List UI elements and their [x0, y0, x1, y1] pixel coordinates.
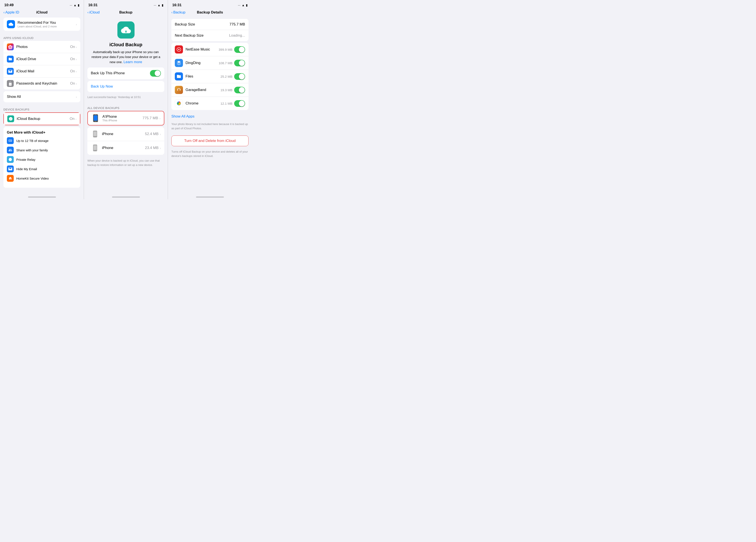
feature-family: Share with your family [7, 147, 77, 154]
last-backup-text: Last successful backup: Yesterday at 10:… [84, 94, 168, 103]
battery-icon: ▮ [78, 3, 79, 7]
device-size-1: 775.7 MB [142, 116, 158, 120]
section-apps-label: APPS USING ICLOUD [0, 33, 84, 41]
recommended-row[interactable]: Recommended For You Learn about iCloud, … [3, 18, 80, 31]
apps-list: 🌸 Photos On › iCloud Drive [3, 41, 80, 90]
other-devices-card: iPhone 52.4 MB › iPhone 23.4 MB › [87, 127, 164, 155]
backup-size-value: 775.7 MB [229, 22, 245, 27]
nav-bar-3: ‹ Backup Backup Details [168, 9, 252, 16]
list-row-mail[interactable]: iCloud Mail On › [3, 65, 80, 78]
backup-toggle[interactable] [150, 70, 161, 77]
svg-point-10 [95, 150, 96, 151]
list-row-passwords[interactable]: Passwords and Keychain On › [3, 78, 80, 90]
feature-storage-text: Up to 12 TB of storage [16, 139, 49, 143]
backup-size-row: Backup Size 775.7 MB [171, 19, 249, 30]
all-backups-label: ALL DEVICE BACKUPS [84, 103, 168, 111]
signal-icon-2: ··· [154, 3, 156, 7]
dingding-knob [239, 60, 245, 66]
mail-title: iCloud Mail [16, 69, 70, 73]
svg-rect-3 [95, 115, 96, 115]
photos-right: On › [70, 45, 77, 49]
toggle-label: Back Up This iPhone [91, 71, 150, 75]
files-toggle[interactable] [234, 73, 245, 80]
dingding-toggle[interactable] [234, 60, 245, 66]
garageband-toggle[interactable] [234, 87, 245, 93]
photos-status: On [70, 45, 75, 49]
nav-title-3: Backup Details [197, 10, 223, 15]
app-row-netease[interactable]: NetEase Music 399.9 MB [171, 43, 249, 56]
back-button-1[interactable]: ‹ Apple ID [3, 10, 19, 15]
device-this-iphone[interactable]: A'iPhone This iPhone 775.7 MB › [87, 111, 164, 126]
chevron-left-icon: ‹ [3, 10, 5, 15]
turn-off-button[interactable]: Turn Off and Delete from iCloud [171, 136, 249, 146]
backup-footer-text: When your device is backed up in iCloud,… [84, 157, 168, 171]
scroll-content-2: iCloud Backup Automatically back up your… [84, 16, 168, 192]
signal-icon-3: ··· [238, 3, 240, 7]
device-row-2[interactable]: iPhone 52.4 MB › [87, 127, 164, 141]
signal-icon: ··· [70, 3, 72, 7]
backup-size-text: Backup Size [175, 22, 229, 27]
turn-off-note-text: Turns off iCloud Backup on your device a… [168, 148, 252, 162]
back-up-now-btn[interactable]: Back Up Now [91, 84, 113, 89]
app-row-chrome[interactable]: Chrome 12.1 MB [171, 97, 249, 110]
next-backup-row: Next Backup Size Loading... [171, 30, 249, 41]
netease-toggle[interactable] [234, 46, 245, 53]
device-row-3[interactable]: iPhone 23.4 MB › [87, 141, 164, 155]
passwords-title: Passwords and Keychain [16, 81, 70, 86]
show-all-apps-link[interactable]: Show All Apps [171, 114, 195, 118]
home-indicator-1 [0, 192, 84, 199]
learn-more-link[interactable]: Learn more [124, 60, 142, 64]
back-label-3: Backup [173, 10, 186, 15]
garageband-knob [239, 87, 245, 93]
svg-rect-9 [93, 145, 97, 150]
app-row-files[interactable]: Files 25.2 MB [171, 70, 249, 83]
chevron-icon-rec: › [76, 22, 77, 26]
show-all-card: Show All › [3, 91, 80, 102]
mail-icon [7, 68, 14, 75]
home-indicator-3 [168, 192, 252, 199]
device-sub-1: This iPhone [102, 119, 142, 122]
garageband-name: GarageBand [186, 88, 220, 92]
show-all-chevron: › [76, 95, 77, 99]
next-backup-label: Next Backup Size [175, 33, 229, 38]
get-more-card: Get More with iCloud+ Up to 12 TB of sto… [3, 127, 80, 188]
status-icons-1: ··· ▲ ▮ [70, 3, 79, 7]
back-button-3[interactable]: ‹ Backup [171, 10, 185, 15]
list-row-drive[interactable]: iCloud Drive On › [3, 53, 80, 65]
iphone-icon-1 [91, 114, 100, 123]
app-row-dingding[interactable]: DingDing 108.7 MB [171, 56, 249, 70]
email-hide-icon [7, 166, 14, 172]
device-size-2: 52.4 MB [145, 132, 159, 136]
dingding-icon [175, 59, 183, 67]
toggle-text: Back Up This iPhone [91, 71, 150, 75]
device-chevron-3: › [160, 146, 161, 150]
dingding-size: 108.7 MB [219, 61, 232, 65]
list-row-backup[interactable]: iCloud Backup On › [4, 113, 80, 125]
passwords-text: Passwords and Keychain [16, 81, 70, 86]
backup-desc: Automatically back up your iPhone so you… [89, 50, 163, 65]
panel-backup: 16:31 ··· ▲ ▮ ‹ iCloud Backup iCloud Bac… [84, 0, 168, 199]
scroll-content-1: Recommended For You Learn about iCloud, … [0, 16, 84, 192]
list-row-show-all[interactable]: Show All › [3, 91, 80, 102]
backup-toggle-row[interactable]: Back Up This iPhone [87, 67, 164, 79]
backup-center: iCloud Backup Automatically back up your… [84, 42, 168, 67]
toggle-knob [155, 70, 160, 76]
feature-email-text: Hide My Email [16, 167, 37, 171]
chrome-toggle[interactable] [234, 100, 245, 107]
app-row-garageband[interactable]: GarageBand 19.3 MB [171, 83, 249, 97]
svg-rect-6 [93, 132, 97, 136]
list-row-photos[interactable]: 🌸 Photos On › [3, 41, 80, 53]
recommended-title: Recommended For You [18, 21, 76, 25]
status-icons-2: ··· ▲ ▮ [154, 3, 163, 7]
feature-storage: Up to 12 TB of storage [7, 137, 77, 144]
drive-right: On › [70, 57, 77, 61]
svg-point-0 [9, 158, 12, 161]
section-backups-label: DEVICE BACKUPS [0, 104, 84, 112]
panel-icloud: 10:49 ··· ▲ ▮ ‹ Apple ID iCloud Recommen… [0, 0, 84, 199]
back-button-2[interactable]: ‹ iCloud [87, 10, 100, 15]
device-row-1: A'iPhone This iPhone 775.7 MB › [88, 111, 164, 125]
files-knob [239, 74, 245, 79]
show-all-text: Show All [7, 95, 76, 99]
back-up-now-row[interactable]: Back Up Now [87, 81, 164, 92]
battery-icon-3: ▮ [246, 3, 248, 7]
